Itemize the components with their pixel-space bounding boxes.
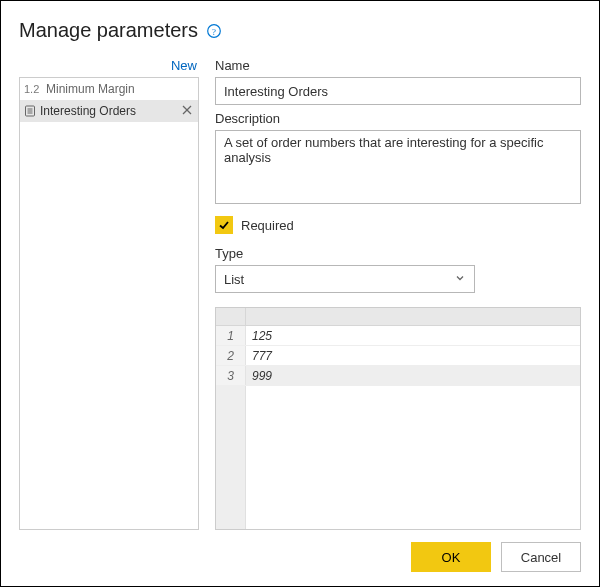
- required-checkbox[interactable]: [215, 216, 233, 234]
- grid-row[interactable]: 2 777: [216, 346, 580, 366]
- help-icon[interactable]: ?: [206, 23, 222, 39]
- left-pane: New 1.2 Minimum Margin Interesting Order…: [19, 56, 199, 530]
- new-parameter-link[interactable]: New: [19, 56, 199, 77]
- parameter-item-minimum-margin[interactable]: 1.2 Minimum Margin: [20, 78, 198, 100]
- row-value[interactable]: 777: [246, 346, 580, 365]
- type-value: List: [224, 272, 244, 287]
- chevron-down-icon: [454, 272, 466, 287]
- row-number: 2: [216, 346, 246, 365]
- parameter-item-interesting-orders[interactable]: Interesting Orders: [20, 100, 198, 122]
- name-input[interactable]: [215, 77, 581, 105]
- row-value[interactable]: 125: [246, 326, 580, 345]
- delete-parameter-icon[interactable]: [180, 104, 194, 118]
- ok-button[interactable]: OK: [411, 542, 491, 572]
- required-row: Required: [215, 216, 581, 234]
- grid-row[interactable]: 3 999: [216, 366, 580, 386]
- description-label: Description: [215, 111, 581, 126]
- dialog-title: Manage parameters: [19, 19, 198, 42]
- description-input[interactable]: A set of order numbers that are interest…: [215, 130, 581, 204]
- svg-text:?: ?: [212, 26, 216, 36]
- required-label: Required: [241, 218, 294, 233]
- grid-row[interactable]: 1 125: [216, 326, 580, 346]
- parameter-label: Interesting Orders: [40, 104, 176, 118]
- name-label: Name: [215, 58, 581, 73]
- dialog-content: New 1.2 Minimum Margin Interesting Order…: [19, 56, 581, 530]
- cancel-button[interactable]: Cancel: [501, 542, 581, 572]
- parameter-type-prefix: 1.2: [24, 83, 42, 95]
- right-pane: Name Description A set of order numbers …: [215, 56, 581, 530]
- parameter-label: Minimum Margin: [46, 82, 194, 96]
- row-number: 3: [216, 366, 246, 385]
- type-select[interactable]: List: [215, 265, 475, 293]
- parameter-list: 1.2 Minimum Margin Interesting Orders: [19, 77, 199, 530]
- type-label: Type: [215, 246, 581, 261]
- dialog-footer: OK Cancel: [19, 530, 581, 572]
- manage-parameters-dialog: Manage parameters ? New 1.2 Minimum Marg…: [0, 0, 600, 587]
- grid-header: [216, 308, 580, 326]
- grid-rows: 1 125 2 777 3 999: [216, 326, 580, 529]
- row-number: 1: [216, 326, 246, 345]
- row-value[interactable]: 999: [246, 366, 580, 385]
- list-values-grid[interactable]: 1 125 2 777 3 999: [215, 307, 581, 530]
- dialog-header: Manage parameters ?: [19, 19, 581, 42]
- list-icon: [24, 105, 36, 117]
